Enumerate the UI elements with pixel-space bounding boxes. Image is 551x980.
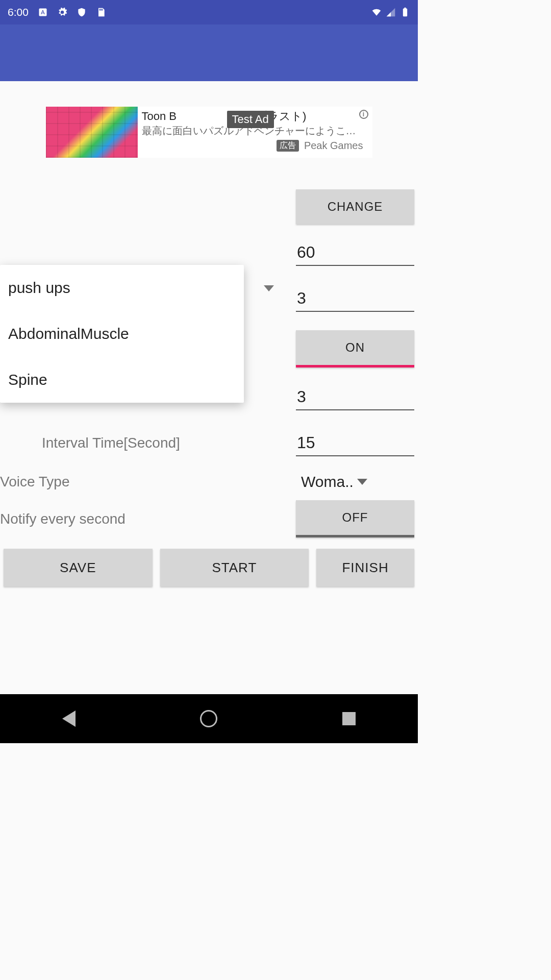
gear-icon — [57, 7, 67, 17]
exercise-dropdown: push ups AbdominalMuscle Spine — [0, 265, 244, 403]
dropdown-item-spine[interactable]: Spine — [0, 357, 244, 403]
wifi-icon — [371, 7, 382, 17]
notify-toggle[interactable]: OFF — [296, 500, 414, 537]
svg-rect-3 — [101, 9, 102, 10]
sd-card-icon — [96, 7, 106, 17]
interval-input[interactable] — [296, 430, 414, 456]
ad-banner[interactable]: Toon B ーンブラスト) 最高に面白いパズルアドベンチャーにようこそ… 広告… — [46, 107, 372, 158]
voice-type-value: Woma.. — [296, 473, 357, 491]
signal-icon — [386, 7, 396, 17]
content-area: Toon B ーンブラスト) 最高に面白いパズルアドベンチャーにようこそ… 広告… — [0, 81, 418, 586]
clock: 6:00 — [8, 6, 29, 18]
keyboard-icon: A — [38, 7, 48, 17]
home-icon[interactable] — [200, 710, 217, 727]
action-row: SAVE START FINISH — [0, 549, 418, 586]
chevron-down-icon — [357, 479, 367, 485]
value-1-input[interactable] — [296, 240, 414, 266]
svg-text:A: A — [41, 9, 45, 15]
navigation-bar — [0, 694, 418, 743]
start-button[interactable]: START — [160, 549, 309, 586]
voice-type-select[interactable]: Woma.. — [296, 473, 414, 491]
test-ad-tag: Test Ad — [227, 111, 274, 128]
change-button[interactable]: CHANGE — [296, 189, 414, 224]
svg-rect-5 — [403, 9, 407, 17]
shield-icon — [77, 7, 87, 17]
dropdown-item-pushups[interactable]: push ups — [0, 265, 244, 311]
notify-label: Notify every second — [0, 511, 296, 527]
svg-rect-4 — [102, 9, 103, 10]
recents-icon[interactable] — [342, 712, 356, 725]
chevron-down-icon[interactable] — [264, 285, 274, 291]
finish-button[interactable]: FINISH — [316, 549, 414, 586]
ad-publisher: Peak Games — [304, 140, 363, 152]
ad-badge: 広告 — [277, 140, 299, 152]
status-bar: 6:00 A — [0, 0, 418, 24]
set-count-input[interactable] — [296, 384, 414, 410]
ad-image — [46, 107, 138, 158]
voice-type-label: Voice Type — [0, 474, 296, 490]
dropdown-item-abdominal[interactable]: AbdominalMuscle — [0, 311, 244, 357]
back-icon[interactable] — [62, 710, 76, 727]
save-button[interactable]: SAVE — [4, 549, 153, 586]
battery-icon — [400, 7, 410, 17]
app-bar — [0, 24, 418, 81]
svg-rect-2 — [99, 9, 101, 10]
info-icon[interactable]: i — [359, 110, 368, 119]
set-toggle[interactable]: ON — [296, 330, 414, 368]
svg-rect-6 — [404, 8, 406, 9]
interval-label: Interval Time[Second] — [0, 435, 296, 451]
value-2-input[interactable] — [296, 286, 414, 312]
